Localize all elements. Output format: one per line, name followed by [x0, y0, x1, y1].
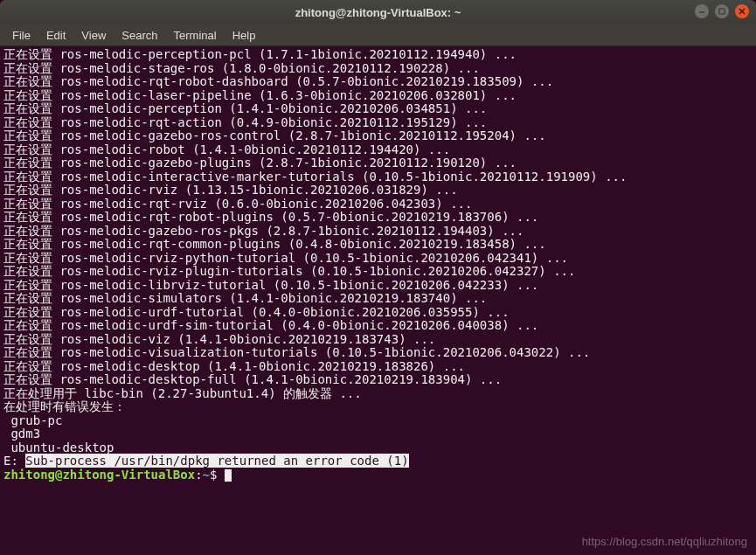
- terminal-line: 在处理时有错误发生：: [3, 400, 753, 414]
- menu-help[interactable]: Help: [225, 26, 263, 45]
- menubar: File Edit View Search Terminal Help: [0, 24, 756, 46]
- titlebar: zhitong@zhitong-VirtualBox: ~: [0, 0, 756, 24]
- terminal-line: 正在处理用于 libc-bin (2.27-3ubuntu1.4) 的触发器 .…: [3, 387, 753, 401]
- terminal-line: 正在设置 ros-melodic-interactive-marker-tuto…: [3, 170, 753, 184]
- menu-terminal[interactable]: Terminal: [167, 26, 224, 45]
- terminal-line: 正在设置 ros-melodic-rviz-plugin-tutorials (…: [3, 265, 753, 279]
- terminal-line: 正在设置 ros-melodic-perception (1.4.1-0bion…: [3, 102, 753, 116]
- terminal-line: ubuntu-desktop: [3, 441, 753, 455]
- terminal-line: 正在设置 ros-melodic-desktop-full (1.4.1-0bi…: [3, 373, 753, 387]
- cursor: [225, 469, 232, 482]
- svg-rect-1: [719, 9, 725, 14]
- terminal-line: 正在设置 ros-melodic-desktop (1.4.1-0bionic.…: [3, 360, 753, 374]
- terminal-output[interactable]: 正在设置 ros-melodic-perception-pcl (1.7.1-1…: [0, 46, 756, 555]
- terminal-line: gdm3: [3, 427, 753, 441]
- menu-view[interactable]: View: [74, 26, 113, 45]
- terminal-line: 正在设置 ros-melodic-simulators (1.4.1-0bion…: [3, 292, 753, 306]
- error-line: E: Sub-process /usr/bin/dpkg returned an…: [3, 454, 753, 468]
- window-controls: [695, 4, 749, 18]
- terminal-line: 正在设置 ros-melodic-rqt-action (0.4.9-0bion…: [3, 116, 753, 130]
- terminal-line: 正在设置 ros-melodic-rqt-rviz (0.6.0-0bionic…: [3, 198, 753, 212]
- terminal-line: 正在设置 ros-melodic-gazebo-ros-control (2.8…: [3, 129, 753, 143]
- close-icon[interactable]: [735, 4, 749, 18]
- minimize-icon[interactable]: [695, 4, 709, 18]
- terminal-line: 正在设置 ros-melodic-urdf-tutorial (0.4.0-0b…: [3, 306, 753, 320]
- terminal-line: 正在设置 ros-melodic-rviz-python-tutorial (0…: [3, 252, 753, 266]
- prompt-line[interactable]: zhitong@zhitong-VirtualBox:~$: [3, 468, 753, 482]
- menu-edit[interactable]: Edit: [39, 26, 73, 45]
- window-title: zhitong@zhitong-VirtualBox: ~: [295, 6, 461, 19]
- terminal-line: 正在设置 ros-melodic-rqt-common-plugins (0.4…: [3, 238, 753, 252]
- terminal-line: 正在设置 ros-melodic-perception-pcl (1.7.1-1…: [3, 48, 753, 62]
- terminal-line: 正在设置 ros-melodic-stage-ros (1.8.0-0bioni…: [3, 62, 753, 76]
- terminal-line: 正在设置 ros-melodic-viz (1.4.1-0bionic.2021…: [3, 333, 753, 347]
- terminal-line: grub-pc: [3, 414, 753, 428]
- maximize-icon[interactable]: [715, 4, 729, 18]
- terminal-line: 正在设置 ros-melodic-urdf-sim-tutorial (0.4.…: [3, 319, 753, 333]
- terminal-line: 正在设置 ros-melodic-rqt-robot-plugins (0.5.…: [3, 211, 753, 225]
- terminal-line: 正在设置 ros-melodic-visualization-tutorials…: [3, 346, 753, 360]
- terminal-line: 正在设置 ros-melodic-laser-pipeline (1.6.3-0…: [3, 89, 753, 103]
- menu-search[interactable]: Search: [114, 26, 164, 45]
- terminal-line: 正在设置 ros-melodic-gazebo-ros-pkgs (2.8.7-…: [3, 225, 753, 239]
- terminal-line: 正在设置 ros-melodic-rqt-robot-dashboard (0.…: [3, 75, 753, 89]
- menu-file[interactable]: File: [5, 26, 38, 45]
- watermark: https://blog.csdn.net/qqliuzhitong: [582, 535, 747, 548]
- terminal-line: 正在设置 ros-melodic-robot (1.4.1-0bionic.20…: [3, 143, 753, 157]
- terminal-line: 正在设置 ros-melodic-librviz-tutorial (0.10.…: [3, 279, 753, 293]
- terminal-line: 正在设置 ros-melodic-gazebo-plugins (2.8.7-1…: [3, 156, 753, 170]
- terminal-line: 正在设置 ros-melodic-rviz (1.13.15-1bionic.2…: [3, 184, 753, 198]
